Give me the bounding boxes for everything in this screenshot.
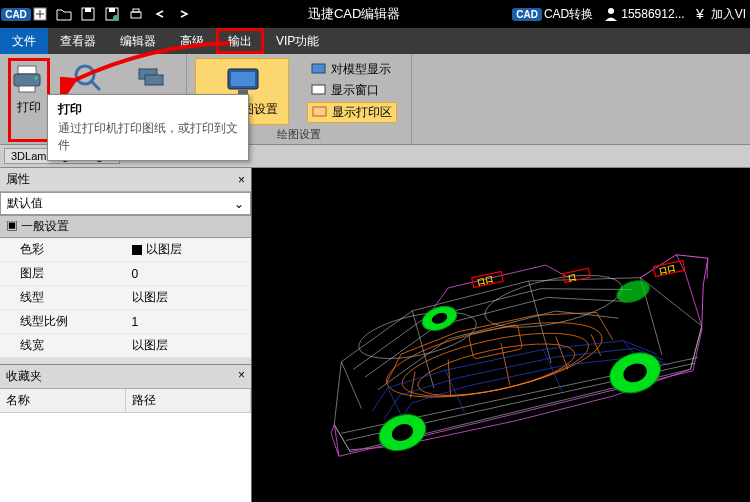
menu-vip[interactable]: VIP功能	[264, 28, 331, 54]
svg-text:口: 口	[568, 272, 578, 282]
svg-rect-14	[19, 86, 35, 92]
favorites-header: 收藏夹 ×	[0, 365, 251, 389]
svg-rect-25	[313, 107, 326, 116]
svg-rect-4	[85, 8, 91, 12]
work-area: 属性 × 默认值 ⌄ ▣ 一般设置 色彩以图层 图层0 线型以图层 线型比例1 …	[0, 168, 750, 502]
sidebar: 属性 × 默认值 ⌄ ▣ 一般设置 色彩以图层 图层0 线型以图层 线型比例1 …	[0, 168, 252, 502]
menu-advanced[interactable]: 高级	[168, 28, 216, 54]
window-small-icon	[311, 83, 327, 99]
default-dropdown[interactable]: 默认值 ⌄	[0, 192, 251, 215]
svg-line-17	[92, 82, 100, 90]
saveas-icon[interactable]	[102, 4, 122, 24]
svg-point-29	[397, 321, 593, 409]
svg-line-33	[445, 368, 464, 414]
svg-point-16	[76, 66, 94, 84]
print-icon[interactable]	[126, 4, 146, 24]
svg-rect-9	[133, 9, 139, 12]
tooltip-title: 打印	[58, 101, 238, 118]
properties-table: 色彩以图层 图层0 线型以图层 线型比例1 线宽以图层	[0, 238, 251, 358]
menu-viewer[interactable]: 查看器	[48, 28, 108, 54]
svg-rect-23	[312, 64, 325, 73]
multi-print-icon	[134, 60, 170, 96]
print-area-check[interactable]: 显示打印区	[307, 102, 397, 123]
title-bar: CAD 迅捷CAD编辑器 CAD CAD转换 15586912... ¥ 加入V…	[0, 0, 750, 28]
section-general[interactable]: ▣ 一般设置	[0, 215, 251, 238]
window-display-check[interactable]: 显示窗口	[307, 81, 397, 100]
magnifier-icon	[70, 60, 106, 96]
svg-rect-12	[18, 66, 36, 74]
print-label: 打印	[17, 99, 41, 116]
car-wireframe: 口口 口 口口	[252, 168, 750, 502]
fav-col-path[interactable]: 路径	[126, 389, 252, 412]
menu-output[interactable]: 输出	[216, 28, 264, 54]
open-icon[interactable]	[54, 4, 74, 24]
svg-rect-19	[145, 75, 163, 85]
cad-convert-link[interactable]: CAD转换	[544, 6, 593, 23]
svg-text:口口: 口口	[659, 263, 677, 275]
chevron-down-icon: ⌄	[234, 197, 244, 211]
redo-icon[interactable]	[174, 4, 194, 24]
save-icon[interactable]	[78, 4, 98, 24]
app-logo-icon: CAD	[6, 4, 26, 24]
svg-point-42	[614, 276, 653, 306]
svg-point-10	[608, 8, 614, 14]
favorites-panel: 收藏夹 × 名称 路径	[0, 364, 251, 502]
user-id[interactable]: 15586912...	[621, 7, 684, 21]
svg-point-15	[35, 77, 38, 80]
svg-point-7	[113, 15, 119, 21]
panel-close-icon[interactable]: ×	[238, 368, 245, 385]
user-icon	[603, 6, 619, 22]
svg-text:口口: 口口	[477, 274, 495, 286]
svg-point-26	[355, 303, 481, 367]
join-vip-link[interactable]: 加入VI	[711, 6, 746, 23]
print-tooltip: 打印 通过打印机打印图纸，或打印到文件	[47, 94, 249, 161]
svg-rect-24	[312, 85, 325, 94]
prop-row-color[interactable]: 色彩以图层	[0, 238, 251, 262]
prop-row-lineweight[interactable]: 线宽以图层	[0, 334, 251, 358]
svg-rect-13	[14, 74, 40, 86]
svg-rect-6	[109, 8, 115, 12]
undo-icon[interactable]	[150, 4, 170, 24]
svg-text:¥: ¥	[695, 6, 704, 22]
prop-row-layer[interactable]: 图层0	[0, 262, 251, 286]
monitor-small-icon	[311, 62, 327, 78]
cad-badge-icon: CAD	[512, 8, 542, 21]
menu-bar: 文件 查看器 编辑器 高级 输出 VIP功能	[0, 28, 750, 54]
prop-row-linetype[interactable]: 线型以图层	[0, 286, 251, 310]
area-small-icon	[312, 105, 328, 121]
svg-rect-8	[131, 12, 141, 18]
currency-icon: ¥	[693, 6, 709, 22]
properties-header: 属性 ×	[0, 168, 251, 192]
color-swatch-icon	[132, 245, 142, 255]
prop-row-ltscale[interactable]: 线型比例1	[0, 310, 251, 334]
print-button[interactable]: 打印	[8, 58, 50, 142]
drawing-canvas[interactable]: 口口 口 口口	[252, 168, 750, 502]
menu-editor[interactable]: 编辑器	[108, 28, 168, 54]
fav-col-name[interactable]: 名称	[0, 389, 126, 412]
svg-rect-21	[231, 72, 255, 86]
model-display-check[interactable]: 对模型显示	[307, 60, 397, 79]
app-title: 迅捷CAD编辑器	[196, 5, 512, 23]
panel-close-icon[interactable]: ×	[238, 173, 245, 187]
menu-file[interactable]: 文件	[0, 28, 48, 54]
new-icon[interactable]	[30, 4, 50, 24]
printer-icon	[11, 61, 47, 97]
tooltip-body: 通过打印机打印图纸，或打印到文件	[58, 120, 238, 154]
